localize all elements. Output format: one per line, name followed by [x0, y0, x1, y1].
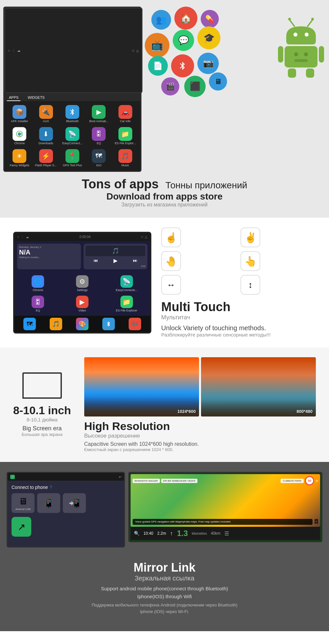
app-igo[interactable]: 🗺 iGO — [86, 148, 111, 169]
mirror-link-desc-ru: Поддержка мобильного телефона Android (п… — [13, 602, 316, 615]
device-app-video[interactable]: ▶ Video — [61, 294, 104, 314]
app-apk[interactable]: 📦 APK Installer — [7, 104, 32, 124]
bubble-tv: 📺 — [145, 33, 169, 58]
nav-map: BHARATHI NAGAR DR BR AMBEDKAR VEDHI CUBB… — [131, 474, 320, 527]
svg-rect-14 — [294, 59, 308, 62]
apps-grid: 📦 APK Installer 🔌 AUX Bluetooth ▶ Boot A… — [4, 101, 140, 171]
mirror-screens: ↗ ↩ Connect to phone ? 🖥 Android USB 📱 — [7, 472, 322, 548]
dock-bt-icon — [102, 318, 115, 330]
mirror-usb-icon: 🖥 Android USB — [12, 493, 35, 513]
bubble-pill: 💊 — [201, 10, 219, 28]
device-chrome-icon: 🌐 — [32, 275, 44, 288]
device-app-esfile[interactable]: 📁 ES File Explorer — [105, 294, 148, 314]
app-flash[interactable]: ⚡ Flash Player S... — [33, 148, 58, 169]
nav-time: 10:40 — [143, 531, 153, 536]
app-chrome-label: Chrome — [14, 142, 25, 145]
mirror-desc-en2: Iphone(IOS) through Wifi — [13, 593, 316, 601]
touch-icon-5: ↔ — [161, 275, 181, 295]
screen-size-desc-ru: Большая эра экрана — [13, 432, 71, 437]
nav-voice-info: Voice guided GPS navigation with MapmyIn… — [133, 519, 313, 525]
bubble-video: 🎬 — [161, 77, 179, 95]
bubble-people: 👥 — [151, 10, 171, 30]
app-music[interactable]: 🎵 Music — [113, 148, 138, 169]
bubble-grad: 🎓 — [197, 26, 220, 49]
app-bluetooth[interactable]: Bluetooth — [60, 104, 85, 124]
app-downloads[interactable]: ⬇ Downloads — [33, 126, 58, 147]
screen-label-2: 800*480 — [297, 409, 313, 414]
app-fancy-icon: ☀ — [13, 149, 26, 163]
device-esfile-icon: 📁 — [120, 296, 133, 308]
device-app-settings[interactable]: ⚙ Settings — [61, 274, 104, 293]
app-esfile-icon: 📁 — [118, 127, 132, 141]
apps-subheading-en: Download from apps store — [3, 191, 326, 202]
resolution-desc-ru: Емкостный экран с разрешением 1024 * 600… — [84, 447, 316, 452]
touch-icon-1: ☝ — [161, 228, 181, 247]
svg-rect-9 — [319, 46, 324, 63]
device-settings-label: Settings — [77, 288, 88, 292]
section-apps: ○ ⋮ ☁ □ △ APPS WIDGETS 📦 APK Installer — [0, 0, 329, 218]
app-gps[interactable]: 📍 GPS Test Plus — [60, 148, 85, 169]
app-flash-label: Flash Player S... — [35, 164, 57, 167]
app-carinfo-icon: 🚗 — [118, 105, 132, 119]
app-easyconn[interactable]: 📡 EasyConnect... — [60, 126, 85, 147]
screen-center: 1024*600 800*480 High Resolution Высокое… — [84, 357, 316, 452]
app-aux[interactable]: 🔌 AUX — [33, 104, 58, 124]
app-carinfo[interactable]: 🚗 Car Info — [113, 104, 138, 124]
bubble-mirror: 🖥 — [209, 72, 227, 91]
screen-label-1: 1024*600 — [177, 409, 196, 414]
mirror-screen-content: Connect to phone ? 🖥 Android USB 📱 📲 ↗ — [8, 481, 124, 547]
nav-map-overlay: BHARATHI NAGAR DR BR AMBEDKAR VEDHI CUBB… — [131, 474, 320, 527]
app-flash-icon: ⚡ — [39, 149, 53, 163]
screen-size-left: 8-10.1 inch 8-10,1 дюйма Big Screen era … — [13, 372, 71, 437]
app-eq-label: EQ — [97, 142, 101, 145]
app-igo-label: iGO — [96, 164, 101, 167]
resolution-title: High Resolution — [84, 420, 316, 433]
app-esfile-label: ES File Explor... — [115, 142, 136, 145]
multitouch-desc-ru: Разблокируйте различные сенсорные методы… — [161, 332, 316, 337]
svg-point-4 — [311, 18, 314, 20]
svg-rect-11 — [306, 68, 314, 78]
device-app-easyconn[interactable]: 📡 EasyConnecte... — [105, 274, 148, 293]
device-app-chrome[interactable]: 🌐 Chrome — [16, 274, 60, 293]
app-apk-icon: 📦 — [13, 105, 26, 119]
device-easyconn-label: EasyConnecte... — [116, 288, 138, 292]
app-chrome[interactable]: Chrome — [7, 126, 32, 147]
tab-apps[interactable]: APPS — [7, 94, 20, 101]
app-gps-label: GPS Test Plus — [63, 164, 82, 167]
app-downloads-icon: ⬇ — [39, 127, 53, 141]
app-fancy[interactable]: ☀ Fancy Widgets — [7, 148, 32, 169]
screen-image-1: 1024*600 — [84, 357, 199, 416]
touch-icon-4: 👆 — [240, 251, 260, 271]
nav-speed-limit: 50 — [305, 476, 314, 485]
nav-info-bar: 🔍 10:40 2.2m ↑ 1.3 kilometres 40km ☰ — [131, 527, 320, 540]
svg-rect-7 — [285, 46, 317, 67]
tab-widgets[interactable]: WIDGETS — [26, 94, 46, 101]
device-app-eq[interactable]: 🎛 EQ — [16, 294, 60, 314]
screen-frame-icon — [22, 372, 62, 399]
device-chrome-label: Chrome — [33, 288, 43, 292]
app-eq[interactable]: 🎛 EQ — [86, 126, 111, 147]
app-gps-icon: 📍 — [65, 149, 79, 163]
apps-heading-en: Tons of apps — [82, 177, 159, 191]
device-screenshot: ○ ⋮ ☁ 0:00:04 □ △ Monday, January 1 N/A … — [13, 232, 151, 334]
touch-icons-grid: ☝ ✌ 🤚 👆 ↔ ↕ — [161, 228, 316, 295]
section-mirror: ↗ ↩ Connect to phone ? 🖥 Android USB 📱 — [0, 462, 329, 631]
device-eq-label: EQ — [36, 309, 40, 312]
screen-image-2: 800*480 — [201, 357, 316, 416]
device-esfile-label: ES File Explorer — [116, 309, 137, 312]
mirror-wifi-icon: 📲 — [63, 493, 86, 513]
svg-line-1 — [290, 20, 294, 26]
mirror-right-screen: BHARATHI NAGAR DR BR AMBEDKAR VEDHI CUBB… — [128, 472, 322, 542]
nav-loc-cubbon: CUBBON PARK — [281, 479, 304, 483]
app-boot-label: Boot Animati... — [89, 120, 108, 123]
app-esfile[interactable]: 📁 ES File Explor... — [113, 126, 138, 147]
app-boot[interactable]: ▶ Boot Animati... — [86, 104, 111, 124]
svg-rect-10 — [288, 68, 296, 78]
app-bluetooth-label: Bluetooth — [66, 120, 79, 123]
mirror-desc-ru2: Iphone (IOS) через Wi-Fi. — [13, 608, 316, 615]
section-screen: 8-10.1 inch 8-10,1 дюйма Big Screen era … — [0, 347, 329, 462]
resolution-subtitle: Высокое разрешение — [84, 433, 316, 439]
device-easyconn-icon: 📡 — [120, 275, 133, 288]
screen-size-desc-en: Big Screen era — [13, 425, 71, 432]
app-fancy-label: Fancy Widgets — [10, 164, 29, 167]
